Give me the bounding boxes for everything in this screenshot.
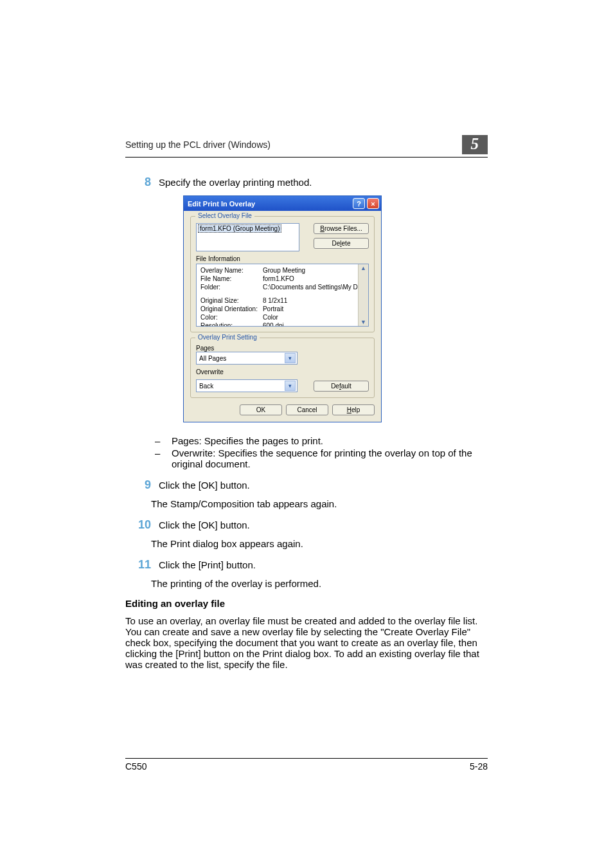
step-number: 11	[125, 558, 159, 572]
titlebar-help-icon[interactable]: ?	[353, 198, 365, 209]
step-number: 10	[125, 518, 159, 532]
fi-key: Folder:	[200, 284, 262, 291]
footer-page: 5-28	[470, 761, 488, 772]
fi-val: C:\Documents and Settings\My Document	[263, 284, 369, 291]
cancel-button[interactable]: Cancel	[286, 404, 328, 415]
body-paragraph: To use an overlay, an overlay file must …	[125, 615, 488, 670]
help-button[interactable]: Help	[332, 404, 375, 415]
select-overlay-file-group: Select Overlay File form1.KFO (Group Mee…	[190, 216, 375, 332]
edit-print-in-overlay-dialog: Edit Print In Overlay ? × Select Overlay…	[183, 195, 382, 422]
titlebar-close-icon[interactable]: ×	[367, 198, 379, 209]
fi-key: File Name:	[200, 275, 262, 282]
fi-val: Group Meeting	[263, 267, 369, 274]
delete-button[interactable]: Delete	[314, 238, 369, 249]
scroll-down-icon[interactable]: ▼	[360, 319, 366, 325]
pages-label: Pages	[196, 345, 369, 352]
page-header: Setting up the PCL driver (Windows)	[125, 140, 271, 150]
step-text: Click the [OK] button.	[159, 520, 488, 530]
chevron-down-icon[interactable]: ▾	[285, 353, 296, 363]
step-body: The Print dialog box appears again.	[151, 538, 488, 549]
browse-files-button[interactable]: Browse Files...	[314, 223, 369, 234]
pages-select-value: All Pages	[199, 355, 226, 362]
file-information-box: Overlay Name:Group Meeting File Name:for…	[196, 264, 369, 327]
fi-val: Color	[263, 314, 369, 321]
pages-select[interactable]: All Pages ▾	[196, 352, 298, 365]
overlay-file-selected-item[interactable]: form1.KFO (Group Meeting)	[198, 224, 281, 233]
bullet-text: Pages: Specifies the pages to print.	[172, 435, 323, 446]
subsection-heading: Editing an overlay file	[125, 598, 488, 609]
group-legend: Select Overlay File	[195, 212, 254, 219]
step-text: Specify the overlay printing method.	[159, 177, 488, 188]
overwrite-select[interactable]: Back ▾	[196, 379, 298, 392]
bullet-dash: –	[151, 435, 172, 446]
step-number: 8	[125, 176, 159, 189]
step-body: The Stamp/Composition tab appears again.	[151, 498, 488, 509]
file-info-scrollbar[interactable]: ▲ ▼	[358, 264, 368, 326]
step-number: 9	[125, 478, 159, 492]
overwrite-label: Overwrite	[196, 368, 369, 375]
ok-button[interactable]: OK	[240, 404, 282, 415]
fi-key: Original Orientation:	[200, 305, 262, 312]
step-text: Click the [OK] button.	[159, 480, 488, 491]
section-number-tab: 5	[462, 135, 488, 154]
group-legend: Overlay Print Setting	[195, 334, 260, 341]
step-text: Click the [Print] button.	[159, 559, 488, 570]
dialog-title: Edit Print In Overlay	[188, 200, 255, 208]
footer-model: C550	[125, 761, 147, 772]
fi-val: Portrait	[263, 305, 369, 312]
fi-val: form1.KFO	[263, 275, 369, 282]
default-button[interactable]: Default	[314, 381, 369, 392]
fi-key: Color:	[200, 314, 262, 321]
fi-key: Original Size:	[200, 297, 262, 304]
fi-key: Resolution:	[200, 322, 262, 327]
step-body: The printing of the overlay is performed…	[151, 578, 488, 589]
fi-val: 600 dpi	[263, 322, 369, 327]
fi-key: Overlay Name:	[200, 267, 262, 274]
scroll-up-icon[interactable]: ▲	[360, 265, 366, 271]
bullet-text: Overwrite: Specifies the sequence for pr…	[172, 448, 488, 469]
overlay-print-setting-group: Overlay Print Setting Pages All Pages ▾ …	[190, 338, 375, 398]
file-information-label: File Information	[196, 255, 369, 262]
overlay-file-listbox[interactable]: form1.KFO (Group Meeting)	[196, 223, 299, 251]
footer-rule	[125, 758, 488, 759]
dialog-titlebar: Edit Print In Overlay ? ×	[184, 196, 381, 211]
fi-val: 8 1/2x11	[263, 297, 369, 304]
chevron-down-icon[interactable]: ▾	[285, 381, 296, 391]
header-rule	[125, 157, 488, 158]
overwrite-select-value: Back	[199, 383, 213, 390]
bullet-dash: –	[151, 448, 172, 469]
